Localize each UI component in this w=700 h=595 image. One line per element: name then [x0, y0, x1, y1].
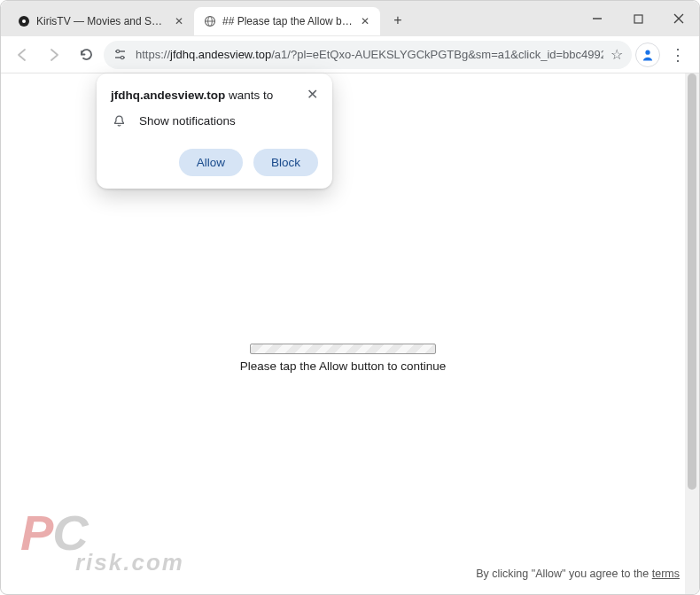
- terms-prefix: By clicking "Allow" you agree to the: [476, 568, 652, 580]
- toolbar: https://jfdhq.andesview.top/a1/?pl=eEtQx…: [1, 36, 699, 73]
- bookmark-icon[interactable]: ☆: [611, 46, 623, 63]
- terms-footer: By clicking "Allow" you agree to the ter…: [476, 568, 680, 580]
- profile-button[interactable]: [635, 42, 660, 67]
- svg-rect-6: [634, 15, 642, 23]
- disc-icon: [17, 14, 31, 28]
- close-icon[interactable]: ✕: [307, 88, 318, 102]
- svg-point-1: [22, 19, 26, 23]
- close-icon[interactable]: ✕: [173, 15, 185, 27]
- loader: Please tap the Allow button to continue: [1, 344, 685, 373]
- close-window-button[interactable]: [658, 1, 699, 36]
- watermark-c: C: [52, 505, 87, 560]
- watermark-sub: risk.com: [75, 553, 184, 573]
- window-controls: [577, 1, 699, 36]
- permission-title-row: jfdhq.andesview.top wants to ✕: [111, 88, 318, 102]
- block-button[interactable]: Block: [253, 149, 318, 176]
- progress-bar: [250, 344, 436, 354]
- tab-active[interactable]: ## Please tap the Allow button ✕: [194, 7, 380, 35]
- permission-wants-to: wants to: [225, 89, 273, 102]
- globe-icon: [203, 14, 217, 28]
- svg-point-13: [645, 50, 649, 54]
- watermark: PC risk.com: [20, 512, 184, 573]
- permission-row: Show notifications: [111, 112, 318, 133]
- forward-button[interactable]: [40, 41, 68, 69]
- reload-button[interactable]: [72, 41, 100, 69]
- minimize-button[interactable]: [577, 1, 618, 36]
- close-icon[interactable]: ✕: [359, 15, 371, 27]
- url-text: https://jfdhq.andesview.top/a1/?pl=eEtQx…: [136, 48, 603, 61]
- back-button[interactable]: [8, 41, 36, 69]
- scrollbar-thumb[interactable]: [688, 73, 696, 490]
- new-tab-button[interactable]: +: [385, 8, 410, 33]
- address-bar[interactable]: https://jfdhq.andesview.top/a1/?pl=eEtQx…: [104, 41, 632, 69]
- watermark-p: P: [20, 512, 52, 553]
- kebab-menu-button[interactable]: ⋮: [664, 41, 692, 69]
- url-path: /a1/?pl=eEtQxo-AUEKSLYGCkPGTBg&sm=a1&cli…: [271, 48, 603, 61]
- svg-point-10: [116, 50, 119, 52]
- maximize-button[interactable]: [618, 1, 658, 36]
- url-scheme: https://: [136, 48, 170, 61]
- loader-text: Please tap the Allow button to continue: [240, 359, 447, 373]
- permission-origin-host: jfdhq.andesview.top: [111, 89, 225, 102]
- titlebar: KirisTV — Movies and Series D… ✕ ## Plea…: [1, 1, 699, 36]
- url-host: jfdhq.andesview.top: [170, 48, 271, 61]
- svg-point-12: [121, 56, 123, 58]
- tab-background[interactable]: KirisTV — Movies and Series D… ✕: [8, 7, 194, 35]
- scrollbar[interactable]: [685, 73, 699, 594]
- site-controls-icon[interactable]: [111, 46, 128, 64]
- tab-title: ## Please tap the Allow button: [222, 15, 354, 27]
- bell-icon: [113, 114, 127, 128]
- tab-title: KirisTV — Movies and Series D…: [36, 15, 167, 27]
- permission-label: Show notifications: [139, 114, 236, 128]
- permission-origin: jfdhq.andesview.top wants to: [111, 89, 273, 102]
- permission-prompt: jfdhq.andesview.top wants to ✕ Show noti…: [97, 73, 332, 189]
- allow-button[interactable]: Allow: [179, 149, 243, 176]
- terms-link[interactable]: terms: [652, 568, 680, 580]
- permission-actions: Allow Block: [111, 149, 318, 176]
